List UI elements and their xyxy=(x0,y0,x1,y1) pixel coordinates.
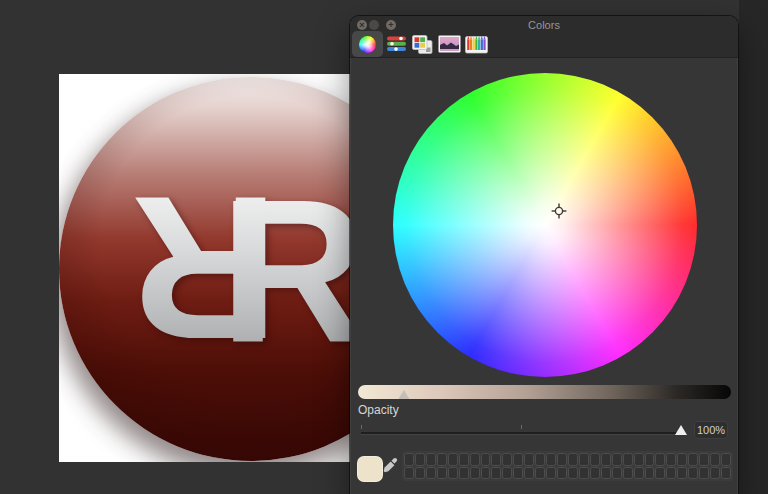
swatch-slot[interactable] xyxy=(699,453,709,466)
opacity-tick-start xyxy=(361,425,362,429)
tab-color-palettes[interactable] xyxy=(410,31,435,57)
tab-color-wheel[interactable] xyxy=(352,31,383,57)
titlebar: × + Colors xyxy=(350,16,738,58)
swatch-slot[interactable] xyxy=(677,467,687,480)
crosshair-icon xyxy=(551,203,567,219)
swatch-slot[interactable] xyxy=(448,467,458,480)
swatch-slot[interactable] xyxy=(579,453,589,466)
swatch-slot[interactable] xyxy=(655,467,665,480)
swatch-slot[interactable] xyxy=(645,453,655,466)
swatch-slot[interactable] xyxy=(634,453,644,466)
swatch-slot[interactable] xyxy=(470,453,480,466)
swatch-slot[interactable] xyxy=(688,467,698,480)
swatch-slot[interactable] xyxy=(502,467,512,480)
swatch-slot[interactable] xyxy=(721,453,731,466)
opacity-value-field[interactable]: 100% xyxy=(694,421,728,439)
swatch-slot[interactable] xyxy=(404,467,414,480)
tab-color-sliders[interactable] xyxy=(385,31,408,57)
swatch-slot[interactable] xyxy=(524,467,534,480)
swatch-slot[interactable] xyxy=(557,467,567,480)
swatch-slot[interactable] xyxy=(481,453,491,466)
swatch-slot[interactable] xyxy=(710,467,720,480)
pencils-icon xyxy=(465,34,488,54)
rr-monogram: RR xyxy=(131,167,350,372)
swatch-slot[interactable] xyxy=(612,467,622,480)
swatch-slot[interactable] xyxy=(491,467,501,480)
swatch-slot[interactable] xyxy=(699,467,709,480)
opacity-track[interactable] xyxy=(361,432,681,434)
swatch-slot[interactable] xyxy=(415,467,425,480)
swatch-slot[interactable] xyxy=(502,453,512,466)
screen: RR × + Colors xyxy=(0,0,768,494)
swatch-slot[interactable] xyxy=(601,467,611,480)
opacity-label: Opacity xyxy=(358,403,399,417)
color-sliders-icon xyxy=(387,36,407,52)
swatch-slot[interactable] xyxy=(546,453,556,466)
swatch-slot[interactable] xyxy=(535,467,545,480)
swatch-slot[interactable] xyxy=(721,467,731,480)
swatch-slot[interactable] xyxy=(513,467,523,480)
swatch-tray xyxy=(402,451,733,481)
image-palettes-icon xyxy=(438,35,461,53)
swatch-slot[interactable] xyxy=(481,467,491,480)
swatch-slot[interactable] xyxy=(426,467,436,480)
eyedropper-icon xyxy=(381,457,399,475)
image-canvas: RR xyxy=(59,74,350,462)
window-title: Colors xyxy=(350,19,738,31)
swatch-slot[interactable] xyxy=(590,453,600,466)
swatch-slot[interactable] xyxy=(437,453,447,466)
brightness-knob[interactable] xyxy=(398,390,409,399)
swatch-slot[interactable] xyxy=(623,467,633,480)
swatch-slot[interactable] xyxy=(645,467,655,480)
wheel-cursor[interactable] xyxy=(551,203,567,219)
swatch-slot[interactable] xyxy=(634,467,644,480)
swatch-slot[interactable] xyxy=(524,453,534,466)
opacity-knob[interactable] xyxy=(675,425,687,435)
swatch-slot[interactable] xyxy=(601,453,611,466)
logo-letter-mirrored: R xyxy=(131,167,279,372)
swatch-slot[interactable] xyxy=(426,453,436,466)
swatch-slot[interactable] xyxy=(459,453,469,466)
swatch-slot[interactable] xyxy=(666,453,676,466)
opacity-tick-mid xyxy=(521,425,522,429)
color-palettes-icon xyxy=(412,35,433,54)
swatch-slot[interactable] xyxy=(557,453,567,466)
swatch-slot[interactable] xyxy=(491,453,501,466)
swatch-slot[interactable] xyxy=(546,467,556,480)
swatch-slot[interactable] xyxy=(535,453,545,466)
swatch-slot[interactable] xyxy=(404,453,414,466)
swatch-slot[interactable] xyxy=(448,453,458,466)
swatch-slot[interactable] xyxy=(590,467,600,480)
swatch-slot[interactable] xyxy=(568,453,578,466)
swatch-grid xyxy=(404,453,731,479)
tab-pencils[interactable] xyxy=(464,31,489,57)
color-wheel-icon xyxy=(359,36,376,53)
swatch-slot[interactable] xyxy=(688,453,698,466)
swatch-slot[interactable] xyxy=(710,453,720,466)
color-wheel[interactable] xyxy=(393,73,697,377)
swatch-slot[interactable] xyxy=(655,453,665,466)
swatch-slot[interactable] xyxy=(437,467,447,480)
eyedropper-button[interactable] xyxy=(381,457,399,475)
swatch-slot[interactable] xyxy=(513,453,523,466)
swatch-slot[interactable] xyxy=(579,467,589,480)
selected-color-well[interactable] xyxy=(357,456,383,482)
brightness-slider[interactable] xyxy=(358,385,731,399)
swatch-slot[interactable] xyxy=(568,467,578,480)
swatch-slot[interactable] xyxy=(612,453,622,466)
swatch-slot[interactable] xyxy=(459,467,469,480)
swatch-slot[interactable] xyxy=(470,467,480,480)
swatch-slot[interactable] xyxy=(677,453,687,466)
swatch-slot[interactable] xyxy=(623,453,633,466)
swatch-slot[interactable] xyxy=(666,467,676,480)
tab-image-palettes[interactable] xyxy=(437,31,462,57)
swatch-slot[interactable] xyxy=(415,453,425,466)
colors-panel: × + Colors xyxy=(350,16,738,494)
